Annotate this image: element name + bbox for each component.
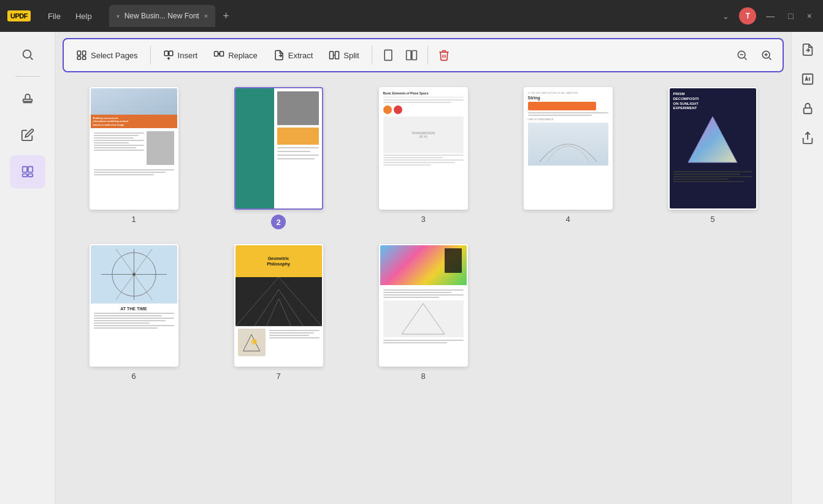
svg-rect-7 xyxy=(28,174,32,177)
page-number-5: 5 xyxy=(710,215,714,224)
zoom-in-button[interactable] xyxy=(756,44,778,66)
new-tab-button[interactable]: + xyxy=(219,9,233,24)
svg-point-41 xyxy=(132,273,136,276)
tab-close-button[interactable]: × xyxy=(204,12,208,20)
zoom-out-button[interactable] xyxy=(731,44,753,66)
page-thumb-4[interactable]: II. THE DECOMPOSITION OF ALL MATTERS Str… xyxy=(524,87,613,210)
split-icon xyxy=(329,50,340,61)
extract-icon xyxy=(274,50,285,61)
two-page-view-button[interactable] xyxy=(400,44,423,66)
page-item-2[interactable]: 2 xyxy=(212,87,345,229)
page-grid: Building environmentinformation modellin… xyxy=(55,77,791,504)
tab-list-button[interactable]: ⌄ xyxy=(719,10,733,23)
svg-line-29 xyxy=(745,58,746,59)
menu-bar: File Help xyxy=(42,9,98,23)
svg-line-33 xyxy=(769,58,771,59)
page-thumb-3[interactable]: Basic Elements of Plane Space TRANSMISSI… xyxy=(379,87,468,210)
title-bar-right: ⌄ T — □ × xyxy=(719,7,816,25)
security-button[interactable] xyxy=(796,97,819,120)
content-area: Select Pages Insert xyxy=(55,32,791,504)
single-page-icon xyxy=(382,49,394,61)
svg-rect-2 xyxy=(23,99,32,102)
tab-dropdown-icon[interactable]: ▾ xyxy=(117,13,120,20)
page-number-2: 2 xyxy=(271,215,286,229)
right-sidebar xyxy=(791,32,823,504)
extract-button[interactable]: Extract xyxy=(266,46,320,64)
insert-button[interactable]: Insert xyxy=(156,46,205,64)
svg-line-47 xyxy=(266,299,278,326)
svg-rect-58 xyxy=(803,108,811,113)
pdf-a-icon xyxy=(801,72,814,86)
maximize-button[interactable]: □ xyxy=(784,10,797,22)
page-item-4[interactable]: II. THE DECOMPOSITION OF ALL MATTERS Str… xyxy=(502,87,634,229)
convert-icon xyxy=(801,43,814,56)
security-icon xyxy=(801,102,814,115)
svg-rect-26 xyxy=(412,51,416,60)
toolbar-div-1 xyxy=(150,46,151,64)
sidebar-pages-btn[interactable] xyxy=(10,155,45,188)
svg-line-48 xyxy=(278,299,291,326)
menu-help[interactable]: Help xyxy=(69,9,98,23)
insert-icon xyxy=(163,50,174,61)
geometry-svg xyxy=(91,245,177,304)
svg-rect-16 xyxy=(215,52,218,56)
svg-rect-24 xyxy=(385,50,392,61)
close-button[interactable]: × xyxy=(803,10,816,22)
sidebar-edit-btn[interactable] xyxy=(10,118,45,151)
toolbar-div-3 xyxy=(427,46,428,64)
toolbar-select-section: Select Pages xyxy=(69,46,145,64)
main-layout: Select Pages Insert xyxy=(0,32,823,504)
diagram-svg xyxy=(240,332,262,354)
minimize-button[interactable]: — xyxy=(762,10,778,22)
title-bar: UPDF File Help ▾ New Busin... New Font ×… xyxy=(0,0,823,32)
delete-button[interactable] xyxy=(433,44,455,66)
page-item-1[interactable]: Building environmentinformation modellin… xyxy=(67,87,200,229)
svg-line-43 xyxy=(278,277,321,326)
convert-button[interactable] xyxy=(796,38,819,61)
page-thumb-8[interactable] xyxy=(379,244,468,367)
user-avatar[interactable]: T xyxy=(739,7,756,25)
svg-line-54 xyxy=(402,304,423,334)
page-thumb-1[interactable]: Building environmentinformation modellin… xyxy=(90,87,178,210)
select-pages-button[interactable]: Select Pages xyxy=(69,46,145,64)
pdf-a-button[interactable] xyxy=(796,67,819,91)
page-thumb-2[interactable] xyxy=(234,87,323,210)
page-item-6[interactable]: AT THE TIME 6 xyxy=(67,244,200,381)
replace-button[interactable]: Replace xyxy=(206,46,265,64)
sidebar-stamp-btn[interactable] xyxy=(10,82,45,115)
share-button[interactable] xyxy=(796,126,819,150)
select-pages-icon xyxy=(76,50,87,61)
toolbar-actions-section: Insert Replace xyxy=(156,46,367,64)
stamp-icon xyxy=(21,91,34,105)
svg-rect-5 xyxy=(28,167,32,172)
sidebar-search-btn[interactable] xyxy=(10,38,45,71)
triangle-diagram-svg xyxy=(399,300,448,337)
page-item-3[interactable]: Basic Elements of Plane Space TRANSMISSI… xyxy=(357,87,489,229)
toolbar-div-2 xyxy=(372,46,372,64)
svg-rect-11 xyxy=(83,56,86,59)
svg-rect-22 xyxy=(335,52,339,59)
page-thumb-7[interactable]: GeometricPhilosophy xyxy=(234,244,323,367)
svg-line-49 xyxy=(243,334,252,351)
svg-rect-25 xyxy=(406,51,411,60)
page-thumb-5[interactable]: PRISMDECOMPOSITION SUNLIGHTEXPERIMENT xyxy=(668,87,757,210)
page-item-7[interactable]: GeometricPhilosophy xyxy=(212,244,345,381)
split-button[interactable]: Split xyxy=(321,46,366,64)
page-item-8[interactable]: 8 xyxy=(357,244,489,381)
share-icon xyxy=(801,131,814,145)
single-page-view-button[interactable] xyxy=(377,44,399,66)
page-number-4: 4 xyxy=(565,215,570,224)
app-logo: UPDF xyxy=(7,10,31,21)
svg-line-45 xyxy=(254,289,278,326)
geo-pattern-svg xyxy=(235,277,322,326)
menu-file[interactable]: File xyxy=(42,9,67,23)
svg-rect-10 xyxy=(77,56,80,59)
page-thumb-6[interactable]: AT THE TIME xyxy=(90,244,178,367)
current-tab[interactable]: ▾ New Busin... New Font × xyxy=(109,5,215,27)
page-number-7: 7 xyxy=(276,372,280,381)
svg-line-53 xyxy=(423,304,445,334)
svg-rect-21 xyxy=(330,52,334,59)
svg-rect-13 xyxy=(169,51,172,56)
left-sidebar xyxy=(0,32,55,504)
page-item-5[interactable]: PRISMDECOMPOSITION SUNLIGHTEXPERIMENT xyxy=(646,87,779,229)
